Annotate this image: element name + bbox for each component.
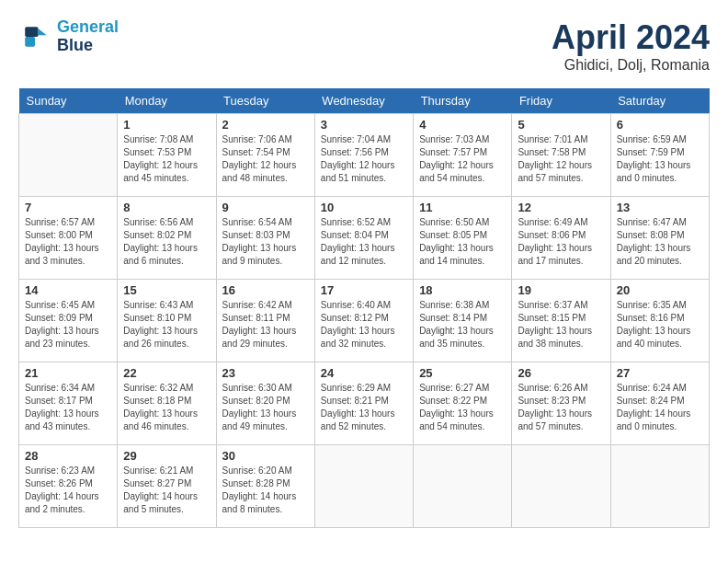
calendar-cell: 29Sunrise: 6:21 AMSunset: 8:27 PMDayligh… bbox=[118, 445, 216, 528]
calendar-cell: 22Sunrise: 6:32 AMSunset: 8:18 PMDayligh… bbox=[118, 362, 216, 445]
calendar-cell bbox=[512, 445, 610, 528]
calendar-cell: 10Sunrise: 6:52 AMSunset: 8:04 PMDayligh… bbox=[314, 197, 413, 280]
day-header-monday: Monday bbox=[118, 88, 216, 114]
week-row-5: 28Sunrise: 6:23 AMSunset: 8:26 PMDayligh… bbox=[19, 445, 710, 528]
month-title: April 2024 bbox=[552, 18, 710, 57]
calendar-cell: 14Sunrise: 6:45 AMSunset: 8:09 PMDayligh… bbox=[19, 280, 118, 362]
day-info: Sunrise: 6:49 AMSunset: 8:06 PMDaylight:… bbox=[518, 216, 604, 268]
day-info: Sunrise: 6:42 AMSunset: 8:11 PMDaylight:… bbox=[222, 299, 309, 350]
calendar-cell: 18Sunrise: 6:38 AMSunset: 8:14 PMDayligh… bbox=[414, 280, 512, 362]
calendar-cell bbox=[610, 445, 709, 528]
calendar-cell: 21Sunrise: 6:34 AMSunset: 8:17 PMDayligh… bbox=[19, 362, 118, 445]
day-info: Sunrise: 7:08 AMSunset: 7:53 PMDaylight:… bbox=[123, 133, 210, 185]
logo-text: General Blue bbox=[57, 18, 119, 55]
day-number: 17 bbox=[321, 283, 407, 297]
day-number: 15 bbox=[123, 283, 210, 297]
day-number: 20 bbox=[617, 283, 703, 297]
day-number: 26 bbox=[518, 366, 604, 380]
calendar-cell: 26Sunrise: 6:26 AMSunset: 8:23 PMDayligh… bbox=[512, 362, 610, 445]
calendar-cell: 4Sunrise: 7:03 AMSunset: 7:57 PMDaylight… bbox=[414, 114, 512, 197]
day-info: Sunrise: 7:03 AMSunset: 7:57 PMDaylight:… bbox=[419, 133, 506, 185]
calendar-cell bbox=[314, 445, 413, 528]
day-header-wednesday: Wednesday bbox=[314, 88, 413, 114]
day-info: Sunrise: 6:57 AMSunset: 8:00 PMDaylight:… bbox=[25, 216, 111, 268]
day-info: Sunrise: 6:56 AMSunset: 8:02 PMDaylight:… bbox=[123, 216, 210, 268]
day-number: 8 bbox=[123, 201, 210, 214]
day-number: 19 bbox=[518, 283, 604, 297]
day-number: 24 bbox=[321, 366, 407, 380]
day-info: Sunrise: 7:06 AMSunset: 7:54 PMDaylight:… bbox=[222, 133, 309, 185]
calendar-cell: 15Sunrise: 6:43 AMSunset: 8:10 PMDayligh… bbox=[118, 280, 216, 362]
day-number: 22 bbox=[123, 366, 210, 380]
day-info: Sunrise: 6:52 AMSunset: 8:04 PMDaylight:… bbox=[321, 216, 407, 268]
day-number: 27 bbox=[617, 366, 703, 380]
page-header: General Blue April 2024 Ghidici, Dolj, R… bbox=[18, 18, 710, 74]
location-subtitle: Ghidici, Dolj, Romania bbox=[552, 57, 710, 74]
day-number: 30 bbox=[222, 449, 309, 463]
day-info: Sunrise: 6:50 AMSunset: 8:05 PMDaylight:… bbox=[419, 216, 506, 268]
calendar-cell: 1Sunrise: 7:08 AMSunset: 7:53 PMDaylight… bbox=[118, 114, 216, 197]
week-row-4: 21Sunrise: 6:34 AMSunset: 8:17 PMDayligh… bbox=[19, 362, 710, 445]
day-header-tuesday: Tuesday bbox=[216, 88, 314, 114]
day-number: 7 bbox=[25, 201, 111, 214]
day-info: Sunrise: 6:24 AMSunset: 8:24 PMDaylight:… bbox=[617, 382, 703, 433]
day-number: 28 bbox=[25, 449, 111, 463]
calendar-cell: 17Sunrise: 6:40 AMSunset: 8:12 PMDayligh… bbox=[314, 280, 413, 362]
calendar-cell: 8Sunrise: 6:56 AMSunset: 8:02 PMDaylight… bbox=[118, 197, 216, 280]
calendar-cell: 24Sunrise: 6:29 AMSunset: 8:21 PMDayligh… bbox=[314, 362, 413, 445]
day-header-sunday: Sunday bbox=[19, 88, 118, 114]
day-info: Sunrise: 6:45 AMSunset: 8:09 PMDaylight:… bbox=[25, 299, 111, 350]
day-number: 23 bbox=[222, 366, 309, 380]
calendar-header-row: SundayMondayTuesdayWednesdayThursdayFrid… bbox=[19, 88, 710, 114]
day-number: 3 bbox=[321, 118, 407, 132]
day-number: 16 bbox=[222, 283, 309, 297]
day-header-thursday: Thursday bbox=[414, 88, 512, 114]
day-info: Sunrise: 6:29 AMSunset: 8:21 PMDaylight:… bbox=[321, 382, 407, 433]
day-info: Sunrise: 6:43 AMSunset: 8:10 PMDaylight:… bbox=[123, 299, 210, 350]
day-info: Sunrise: 7:01 AMSunset: 7:58 PMDaylight:… bbox=[518, 133, 604, 185]
day-info: Sunrise: 6:34 AMSunset: 8:17 PMDaylight:… bbox=[25, 382, 111, 433]
day-info: Sunrise: 6:32 AMSunset: 8:18 PMDaylight:… bbox=[123, 382, 210, 433]
day-number: 25 bbox=[419, 366, 506, 380]
day-number: 12 bbox=[518, 201, 604, 214]
calendar-cell: 11Sunrise: 6:50 AMSunset: 8:05 PMDayligh… bbox=[414, 197, 512, 280]
calendar-cell: 27Sunrise: 6:24 AMSunset: 8:24 PMDayligh… bbox=[610, 362, 709, 445]
logo: General Blue bbox=[18, 18, 119, 55]
day-number: 2 bbox=[222, 118, 309, 132]
calendar-table: SundayMondayTuesdayWednesdayThursdayFrid… bbox=[18, 88, 710, 528]
logo-icon bbox=[18, 20, 51, 53]
day-info: Sunrise: 6:40 AMSunset: 8:12 PMDaylight:… bbox=[321, 299, 407, 350]
calendar-cell: 3Sunrise: 7:04 AMSunset: 7:56 PMDaylight… bbox=[314, 114, 413, 197]
day-info: Sunrise: 7:04 AMSunset: 7:56 PMDaylight:… bbox=[321, 133, 407, 185]
calendar-cell: 2Sunrise: 7:06 AMSunset: 7:54 PMDaylight… bbox=[216, 114, 314, 197]
day-header-friday: Friday bbox=[512, 88, 610, 114]
week-row-1: 1Sunrise: 7:08 AMSunset: 7:53 PMDaylight… bbox=[19, 114, 710, 197]
calendar-cell: 6Sunrise: 6:59 AMSunset: 7:59 PMDaylight… bbox=[610, 114, 709, 197]
calendar-cell: 5Sunrise: 7:01 AMSunset: 7:58 PMDaylight… bbox=[512, 114, 610, 197]
day-info: Sunrise: 6:37 AMSunset: 8:15 PMDaylight:… bbox=[518, 299, 604, 350]
week-row-3: 14Sunrise: 6:45 AMSunset: 8:09 PMDayligh… bbox=[19, 280, 710, 362]
day-info: Sunrise: 6:27 AMSunset: 8:22 PMDaylight:… bbox=[419, 382, 506, 433]
day-number: 6 bbox=[617, 118, 703, 132]
day-info: Sunrise: 6:54 AMSunset: 8:03 PMDaylight:… bbox=[222, 216, 309, 268]
day-number: 14 bbox=[25, 283, 111, 297]
day-info: Sunrise: 6:23 AMSunset: 8:26 PMDaylight:… bbox=[25, 465, 111, 516]
day-header-saturday: Saturday bbox=[610, 88, 709, 114]
calendar-cell: 13Sunrise: 6:47 AMSunset: 8:08 PMDayligh… bbox=[610, 197, 709, 280]
calendar-cell: 16Sunrise: 6:42 AMSunset: 8:11 PMDayligh… bbox=[216, 280, 314, 362]
day-info: Sunrise: 6:47 AMSunset: 8:08 PMDaylight:… bbox=[617, 216, 703, 268]
calendar-cell bbox=[414, 445, 512, 528]
day-info: Sunrise: 6:30 AMSunset: 8:20 PMDaylight:… bbox=[222, 382, 309, 433]
calendar-cell: 9Sunrise: 6:54 AMSunset: 8:03 PMDaylight… bbox=[216, 197, 314, 280]
calendar-cell: 12Sunrise: 6:49 AMSunset: 8:06 PMDayligh… bbox=[512, 197, 610, 280]
day-number: 18 bbox=[419, 283, 506, 297]
day-info: Sunrise: 6:20 AMSunset: 8:28 PMDaylight:… bbox=[222, 465, 309, 516]
day-number: 5 bbox=[518, 118, 604, 132]
day-number: 10 bbox=[321, 201, 407, 214]
day-info: Sunrise: 6:59 AMSunset: 7:59 PMDaylight:… bbox=[617, 133, 703, 185]
day-info: Sunrise: 6:38 AMSunset: 8:14 PMDaylight:… bbox=[419, 299, 506, 350]
day-number: 11 bbox=[419, 201, 506, 214]
calendar-cell: 23Sunrise: 6:30 AMSunset: 8:20 PMDayligh… bbox=[216, 362, 314, 445]
day-info: Sunrise: 6:21 AMSunset: 8:27 PMDaylight:… bbox=[123, 465, 210, 516]
calendar-cell bbox=[19, 114, 118, 197]
